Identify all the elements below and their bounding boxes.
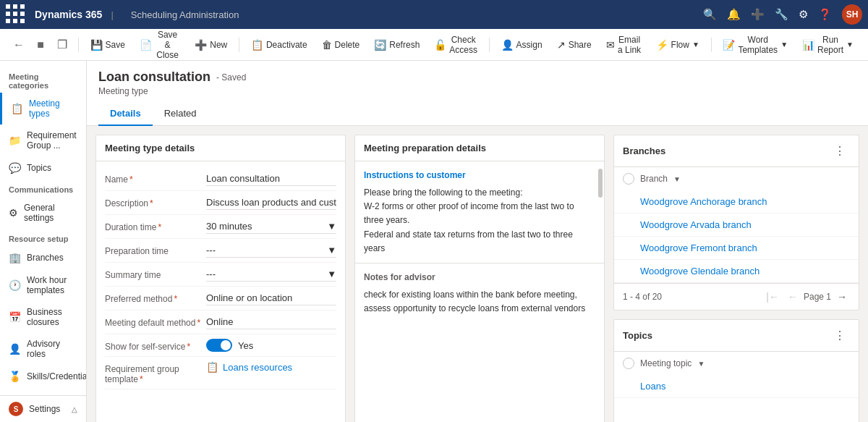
field-summary-time-select[interactable]: --- ▼ bbox=[206, 267, 336, 282]
topics-card: Topics ⋮ Meeting topic ▼ Loans 1 - 1 of … bbox=[613, 319, 859, 422]
sidebar-item-requirement-group[interactable]: 📁 Requirement Group ... bbox=[0, 125, 86, 156]
refresh-icon: 🔄 bbox=[374, 39, 386, 51]
sidebar-item-topics[interactable]: 💬 Topics bbox=[0, 156, 86, 180]
field-name-input[interactable] bbox=[206, 172, 336, 186]
settings-bottom-avatar: S bbox=[9, 402, 23, 416]
expand-button[interactable]: ❐ bbox=[52, 35, 72, 55]
meeting-topic-header-label: Meeting topic bbox=[640, 358, 692, 368]
sidebar-item-skills-credentials[interactable]: 🏅 Skills/Credentials bbox=[0, 365, 86, 388]
work-hour-templates-icon: 🕐 bbox=[9, 279, 21, 291]
field-summary-time-label: Summary time bbox=[105, 267, 206, 280]
branch-items-list: Woodgrove Anchorage branch Woodgrove Arv… bbox=[614, 190, 859, 283]
user-avatar[interactable]: SH bbox=[842, 4, 862, 25]
sidebar-item-general-settings[interactable]: ⚙ General settings bbox=[0, 197, 86, 229]
meeting-preparation-card: Meeting preparation details Instructions… bbox=[354, 135, 605, 422]
branch-item-anchorage[interactable]: Woodgrove Anchorage branch bbox=[614, 190, 859, 214]
share-icon: ↗ bbox=[557, 39, 566, 51]
sidebar-item-meeting-types[interactable]: 📋 Meeting types bbox=[0, 93, 86, 125]
right-panels: Branches ⋮ Branch ▼ Woodgrove Anchorage … bbox=[613, 135, 859, 422]
settings-icon[interactable]: ⚙ bbox=[799, 8, 808, 21]
sidebar-item-advisory-roles-label: Advisory roles bbox=[27, 339, 77, 359]
check-access-button[interactable]: 🔓 Check Access bbox=[428, 32, 483, 58]
skills-credentials-icon: 🏅 bbox=[9, 371, 21, 382]
branch-header-chevron: ▼ bbox=[673, 175, 681, 183]
filter-icon[interactable]: 🔧 bbox=[775, 8, 788, 21]
sidebar-item-topics-label: Topics bbox=[27, 163, 51, 173]
back-button[interactable]: ← bbox=[9, 35, 29, 55]
save-icon: 💾 bbox=[90, 39, 103, 51]
top-nav-icons: 🔍 🔔 ➕ 🔧 ⚙ ❓ SH bbox=[703, 4, 862, 25]
topic-item-loans[interactable]: Loans bbox=[614, 375, 859, 398]
topic-radio-header bbox=[623, 358, 634, 369]
meeting-type-details-card: Meeting type details Name* Description* bbox=[95, 135, 346, 422]
branches-first-page-button[interactable]: |← bbox=[763, 290, 782, 304]
sidebar-item-branches[interactable]: 🏢 Branches bbox=[0, 246, 86, 269]
save-close-button[interactable]: 📄 Save & Close bbox=[134, 27, 186, 63]
preparation-time-chevron-icon: ▼ bbox=[327, 245, 336, 256]
delete-button[interactable]: 🗑 Delete bbox=[316, 36, 366, 54]
field-requirement-group-template: Requirement group template* 📋 Loans reso… bbox=[105, 357, 336, 389]
field-duration-select[interactable]: 30 minutes ▼ bbox=[206, 219, 336, 234]
check-access-icon: 🔓 bbox=[434, 39, 446, 51]
general-settings-icon: ⚙ bbox=[9, 207, 18, 219]
tab-details[interactable]: Details bbox=[98, 102, 153, 126]
deactivate-button[interactable]: 📋 Deactivate bbox=[245, 36, 313, 54]
flow-chevron: ▼ bbox=[692, 41, 699, 48]
branches-page-nav: |← ← Page 1 → bbox=[763, 290, 850, 304]
email-icon: ✉ bbox=[606, 39, 615, 51]
field-name-label: Name* bbox=[105, 172, 206, 185]
branches-prev-page-button[interactable]: ← bbox=[785, 290, 801, 304]
main-content: Loan consultation - Saved Meeting type D… bbox=[87, 61, 868, 422]
requirement-group-template-link[interactable]: 📋 Loans resources bbox=[206, 361, 336, 373]
share-button[interactable]: ↗ Share bbox=[551, 36, 597, 54]
flow-button[interactable]: ⚡ Flow ▼ bbox=[650, 36, 705, 54]
topics-empty-space bbox=[614, 398, 859, 422]
add-icon[interactable]: ➕ bbox=[751, 8, 765, 21]
sidebar-item-advisory-roles[interactable]: 👤 Advisory roles bbox=[0, 333, 86, 365]
meeting-topic-column-header: Meeting topic ▼ bbox=[614, 352, 859, 375]
field-preparation-time-label: Preparation time bbox=[105, 243, 206, 256]
new-icon: ➕ bbox=[195, 39, 207, 51]
topics-card-header: Topics ⋮ bbox=[614, 320, 859, 352]
sidebar-item-business-closures[interactable]: 📅 Business closures bbox=[0, 301, 86, 333]
toggle-knob bbox=[221, 340, 231, 350]
new-button[interactable]: ➕ New bbox=[189, 36, 233, 54]
field-preferred-method-input[interactable] bbox=[206, 291, 336, 305]
help-icon[interactable]: ❓ bbox=[818, 8, 832, 21]
branch-item-arvada[interactable]: Woodgrove Arvada branch bbox=[614, 214, 859, 237]
sidebar-item-work-hour-templates[interactable]: 🕐 Work hour templates bbox=[0, 269, 86, 301]
email-link-button[interactable]: ✉ Email a Link bbox=[600, 32, 647, 58]
field-description-input[interactable] bbox=[206, 195, 336, 210]
form-section: Name* Description* Duratio bbox=[96, 161, 345, 395]
branches-more-button[interactable]: ⋮ bbox=[830, 143, 850, 159]
field-meeting-default-method-input[interactable] bbox=[206, 315, 336, 329]
field-preparation-time-select[interactable]: --- ▼ bbox=[206, 243, 336, 258]
field-description-label: Description* bbox=[105, 195, 206, 208]
sidebar-item-business-closures-label: Business closures bbox=[27, 307, 77, 327]
sidebar: Meeting categories 📋 Meeting types 📁 Req… bbox=[0, 61, 87, 422]
summary-time-chevron-icon: ▼ bbox=[327, 269, 336, 279]
show-self-service-value: Yes bbox=[238, 340, 253, 351]
show-self-service-toggle[interactable] bbox=[206, 339, 232, 352]
branch-item-glendale[interactable]: Woodgrove Glendale branch bbox=[614, 260, 859, 283]
word-templates-button[interactable]: 📝 Word Templates ▼ bbox=[717, 32, 793, 58]
tab-related[interactable]: Related bbox=[153, 102, 208, 126]
page-title-area: Loan consultation - Saved bbox=[98, 69, 856, 85]
view-toggle-button[interactable]: ■ bbox=[30, 35, 51, 55]
alerts-icon[interactable]: 🔔 bbox=[727, 8, 741, 21]
search-icon[interactable]: 🔍 bbox=[703, 8, 717, 21]
apps-menu-icon[interactable] bbox=[6, 4, 26, 25]
topics-more-button[interactable]: ⋮ bbox=[830, 327, 850, 344]
sidebar-bottom-settings[interactable]: S Settings △ bbox=[0, 395, 87, 422]
branches-next-page-button[interactable]: → bbox=[834, 290, 850, 304]
branch-item-fremont[interactable]: Woodgrove Fremont branch bbox=[614, 237, 859, 260]
field-description: Description* bbox=[105, 191, 336, 215]
assign-button[interactable]: 👤 Assign bbox=[495, 36, 548, 54]
sidebar-item-branches-label: Branches bbox=[27, 253, 64, 263]
run-report-chevron: ▼ bbox=[846, 41, 854, 48]
top-navigation: Dynamics 365 | Scheduling Administration… bbox=[0, 0, 868, 29]
refresh-button[interactable]: 🔄 Refresh bbox=[368, 36, 425, 54]
save-button[interactable]: 💾 Save bbox=[85, 36, 131, 54]
sidebar-item-work-hour-templates-label: Work hour templates bbox=[27, 275, 77, 295]
run-report-button[interactable]: 📊 Run Report ▼ bbox=[796, 32, 859, 58]
